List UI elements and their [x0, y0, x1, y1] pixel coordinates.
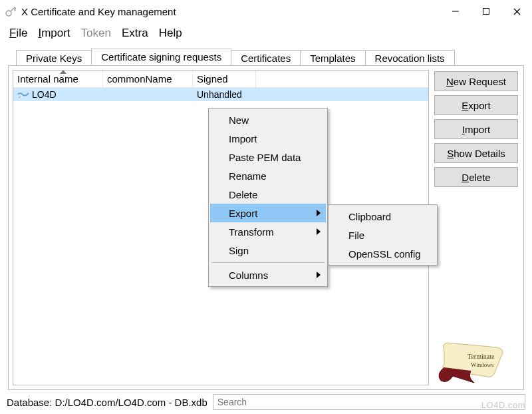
col-internal-name[interactable]: Internal name	[13, 71, 103, 87]
delete-button[interactable]: Delete	[434, 167, 518, 187]
window-title: X Certificate and Key management	[21, 6, 176, 17]
tab-private-keys[interactable]: Private Keys	[16, 50, 92, 66]
table-row[interactable]: LO4D Unhandled	[13, 88, 428, 101]
new-request-button[interactable]: New Request	[434, 71, 518, 91]
ctx-export-clipboard[interactable]: Clipboard	[330, 207, 436, 226]
show-details-button[interactable]: Show Details	[434, 143, 518, 163]
export-submenu: Clipboard File OpenSSL config	[328, 204, 438, 266]
search-input[interactable]	[213, 394, 525, 410]
menu-file[interactable]: File	[7, 25, 30, 41]
svg-text:Windows: Windows	[471, 361, 494, 368]
database-label: Database: D:/LO4D.com/LO4D.com - DB.xdb	[7, 397, 207, 408]
ctx-columns-label: Columns	[229, 270, 268, 281]
menu-token[interactable]: Token	[78, 25, 114, 41]
ctx-columns[interactable]: Columns	[210, 266, 326, 284]
scroll-image: Terminate Windows	[434, 337, 514, 384]
ctx-new[interactable]: New	[210, 110, 326, 129]
tab-revocation[interactable]: Revocation lists	[365, 50, 455, 66]
ctx-export-file[interactable]: File	[330, 226, 436, 244]
svg-text:Terminate: Terminate	[467, 353, 495, 360]
key-icon	[4, 5, 17, 18]
context-menu: New Import Paste PEM data Rename Delete …	[208, 108, 328, 287]
table-header: Internal name commonName Signed	[13, 71, 428, 88]
ctx-sign[interactable]: Sign	[210, 241, 326, 260]
minimize-button[interactable]	[440, 1, 471, 21]
close-button[interactable]	[501, 1, 532, 21]
menubar: File Import Token Extra Help	[0, 23, 532, 45]
ctx-transform[interactable]: Transform	[210, 222, 326, 241]
ctx-export-label: Export	[229, 208, 257, 219]
tab-csr[interactable]: Certificate signing requests	[91, 49, 231, 65]
maximize-button[interactable]	[471, 1, 501, 21]
watermark: LO4D.com	[481, 400, 525, 410]
ctx-export[interactable]: Export	[210, 204, 326, 222]
chevron-right-icon	[317, 272, 321, 278]
ctx-rename[interactable]: Rename	[210, 166, 326, 185]
menu-help[interactable]: Help	[156, 25, 185, 41]
ctx-paste-pem[interactable]: Paste PEM data	[210, 148, 326, 166]
menu-import[interactable]: Import	[35, 25, 72, 41]
chevron-right-icon	[317, 210, 321, 216]
cell-common-name	[103, 94, 193, 95]
export-button[interactable]: Export	[434, 95, 518, 115]
cell-signed: Unhandled	[193, 89, 256, 101]
tab-bar: Private Keys Certificate signing request…	[8, 47, 524, 65]
statusbar: Database: D:/LO4D.com/LO4D.com - DB.xdb	[7, 394, 525, 410]
ctx-export-openssl[interactable]: OpenSSL config	[330, 244, 436, 263]
ctx-separator	[211, 262, 325, 263]
import-button[interactable]: Import	[434, 119, 518, 139]
chevron-right-icon	[317, 228, 321, 235]
cell-internal-name: LO4D	[32, 89, 57, 100]
menu-extra[interactable]: Extra	[119, 25, 151, 41]
csr-icon	[17, 91, 29, 99]
tab-templates[interactable]: Templates	[300, 50, 365, 66]
col-signed[interactable]: Signed	[193, 71, 256, 87]
ctx-transform-label: Transform	[229, 226, 274, 238]
tab-certificates[interactable]: Certificates	[231, 50, 301, 66]
col-common-name[interactable]: commonName	[103, 71, 193, 87]
ctx-delete[interactable]: Delete	[210, 185, 326, 204]
button-pane: New Request Export Import Show Details D…	[433, 70, 519, 385]
titlebar: X Certificate and Key management	[0, 0, 532, 23]
svg-rect-2	[483, 9, 489, 15]
ctx-import[interactable]: Import	[210, 129, 326, 148]
window-controls	[440, 1, 532, 21]
